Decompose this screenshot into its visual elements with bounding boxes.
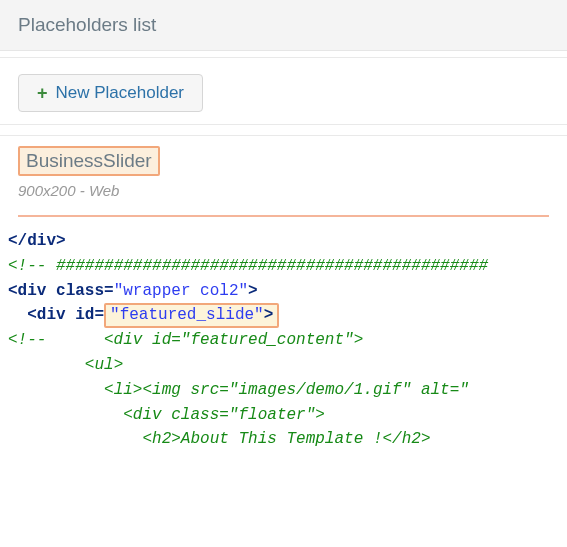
- panel-header: Placeholders list: [0, 0, 567, 51]
- item-meta: 900x200 - Web: [18, 182, 549, 199]
- code-tag: </div>: [8, 232, 66, 250]
- item-title-highlight: BusinessSlider: [18, 146, 160, 176]
- code-snippet: </div> <!-- ############################…: [0, 229, 567, 466]
- toolbar: + New Placeholder: [0, 57, 567, 125]
- new-placeholder-button[interactable]: + New Placeholder: [18, 74, 203, 112]
- panel-title: Placeholders list: [18, 14, 156, 35]
- code-comment: <!-- ###################################…: [8, 257, 488, 275]
- item-separator: [18, 215, 549, 217]
- code-comment: <!-- <div id="featured_content">: [8, 331, 363, 349]
- code-comment: <ul>: [8, 356, 123, 374]
- code-tag: <div class=: [8, 282, 114, 300]
- code-tag: <div id=: [27, 306, 104, 324]
- item-title[interactable]: BusinessSlider: [26, 150, 152, 171]
- code-attr-value: "wrapper col2": [114, 282, 248, 300]
- placeholder-item: BusinessSlider 900x200 - Web: [0, 135, 567, 229]
- code-id-highlight: "featured_slide">: [104, 303, 279, 328]
- code-comment: <div class="floater">: [8, 406, 325, 424]
- code-comment: <li><img src="images/demo/1.gif" alt=": [8, 381, 469, 399]
- new-placeholder-label: New Placeholder: [56, 83, 185, 103]
- code-comment: <h2>About This Template !</h2>: [8, 430, 431, 448]
- plus-icon: +: [37, 84, 48, 102]
